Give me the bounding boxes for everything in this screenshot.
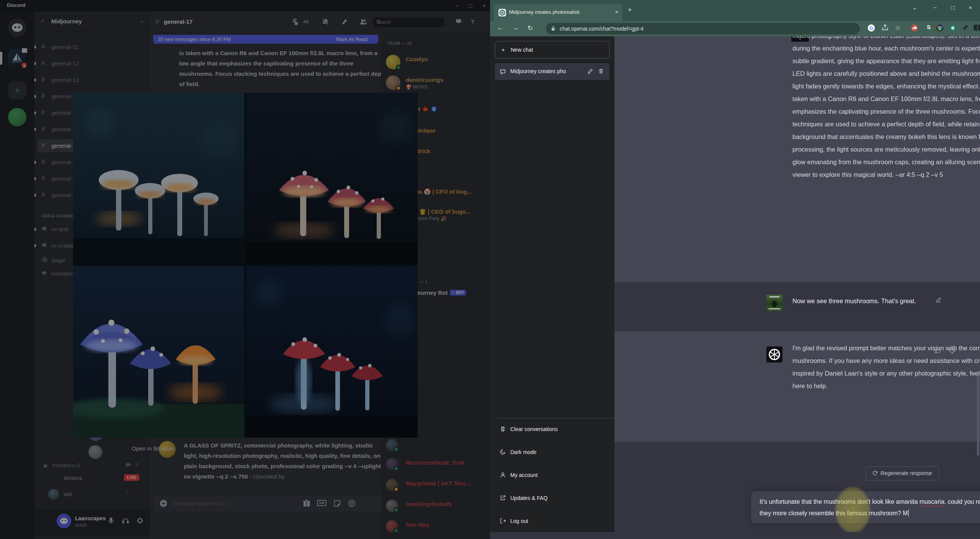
reload-button[interactable]: ↻ [528,24,533,32]
back-button[interactable]: ← [497,24,503,32]
open-in-browser-label[interactable]: Open in Browser [132,445,175,452]
browser-window: Midjourney creates photorealisti × + ⌄ −… [490,0,980,539]
url-bar[interactable]: chat.openai.com/chat?model=gpt-4 [546,23,860,34]
moon-icon [500,449,506,456]
speaker-icon [41,225,48,232]
headphones-icon[interactable] [122,517,129,524]
thread-count: 48 [303,19,309,24]
server-header[interactable]: ✓ Midjourney ⌄ [34,11,150,31]
browser-tab-strip: Midjourney creates photorealisti × + ⌄ −… [490,0,980,21]
sidebar-channel-general-11[interactable]: #general-11 [38,41,147,54]
extension-color-circle-icon[interactable] [936,24,945,33]
scrollbar-thumb[interactable] [977,375,979,456]
chevron-down-icon: ⌄ [140,18,144,23]
voice-user-wintera[interactable]: Wintera [64,475,82,481]
close-icon[interactable]: × [126,490,129,496]
user-avatar[interactable] [57,514,71,528]
mark-as-read-button[interactable]: Mark As Read [336,36,368,42]
online-status-dot [394,466,399,471]
sidebar-log-out[interactable]: Log out [495,513,609,530]
browser-maximize-button[interactable]: □ [946,3,959,12]
voice-user-wal[interactable]: wal [64,491,72,497]
gift-icon[interactable] [302,499,311,508]
discord-window: Discord − □ × 3 + ✓ Midjourney ⌄ [0,0,490,539]
trash-icon[interactable] [598,68,604,74]
discord-minimize-button[interactable]: − [451,2,462,10]
edit-pencil-icon[interactable] [587,68,593,74]
thumbs-up-icon[interactable] [934,347,941,354]
sidebar-clear-conversations[interactable]: Clear conversations [495,421,609,438]
discord-home-icon[interactable] [8,18,26,37]
thumbs-down-icon[interactable] [949,348,956,354]
new-chat-button[interactable]: + New chat [495,41,609,59]
sidebar-dark-mode[interactable]: Dark mode [495,444,609,461]
member-name: Neo May [406,521,430,528]
emoji-icon[interactable] [348,499,356,508]
user-discriminator: #2425 [75,523,87,528]
sticker-icon[interactable] [333,499,341,508]
search-box[interactable]: Search [373,17,444,27]
sidebar-channel-general-12[interactable]: #general-12 [38,57,147,70]
sidebar-updates-faq[interactable]: Updates & FAQ [495,490,609,507]
browser-close-button[interactable]: × [964,3,977,12]
browser-minimize-button[interactable]: − [929,3,942,12]
edit-message-icon[interactable] [935,296,942,303]
forward-button[interactable]: → [512,24,519,32]
discord-maximize-button[interactable]: □ [465,2,476,10]
url-text[interactable]: chat.openai.com/chat?model=gpt-4 [560,26,644,32]
threads-icon[interactable] [291,18,299,26]
server-icon-sailboat[interactable]: 3 [8,49,26,67]
open-in-browser-row[interactable]: Open in Browser × [57,449,150,463]
hash-icon: # [41,125,45,133]
channel-label: vc-text [51,226,68,232]
channel-label: stage [51,257,65,263]
sidebar-channel-general-13[interactable]: #general-13 [38,74,147,87]
regenerate-response-button[interactable]: Regenerate response [866,466,939,480]
unread-pill [34,128,36,131]
channel-topbar: # general-17 48 Search ? [150,11,490,33]
conversation-item[interactable]: Midjourney creates pho [495,63,609,80]
bookmark-star-icon[interactable]: ☆ [895,24,904,33]
unread-messages-banner[interactable]: 30 new messages since 6:30 PM Mark As Re… [153,35,378,44]
hash-icon: # [41,142,45,149]
share-icon[interactable] [881,24,890,33]
browser-tab[interactable]: Midjourney creates photorealisti × [494,4,622,21]
microphone-icon[interactable] [107,517,115,524]
user-message-row: Now we see three mushrooms. That's great… [614,283,980,331]
side-panel-icon[interactable] [973,24,980,33]
extension-s-icon[interactable]: S [924,24,933,33]
attach-plus-icon[interactable] [159,499,168,508]
tab-close-icon[interactable]: × [615,9,618,15]
add-server-button[interactable]: + [8,81,26,100]
message-text-bottom: A GLASS OF SPRITZ, commercial photograph… [184,440,387,482]
message-input-bar[interactable]: Message #general-17 GIF [153,495,389,512]
bell-slash-icon[interactable] [322,18,329,26]
server-icon-green[interactable] [8,108,26,126]
google-icon[interactable]: G [867,24,876,33]
bot-badge: ✓ BOT [450,290,466,296]
new-tab-button[interactable]: + [628,6,632,14]
help-icon[interactable]: ? [471,18,474,25]
voice-status-panel: members+2 45 Wintera LIVE wal × [41,461,145,509]
members-icon[interactable] [359,18,368,26]
sidebar-my-account[interactable]: My account [495,467,609,484]
hash-icon: # [41,76,45,83]
extensions-pin-icon[interactable] [962,24,971,33]
pin-icon[interactable] [341,18,348,26]
member-name: Cozelyn [406,56,428,62]
gif-picker-icon[interactable]: GIF [317,500,327,506]
avatar [48,489,59,500]
midjourney-image-grid[interactable] [73,93,418,438]
voice-channel-name[interactable]: members+2 [52,462,80,469]
channel-label: general-13 [51,77,79,83]
extension-teal-icon[interactable] [949,24,958,33]
member-name: Maygrimok | AKT files... [406,480,470,487]
extension-red-icon[interactable] [910,24,920,33]
discord-close-button[interactable]: × [479,2,490,10]
close-icon[interactable]: × [174,446,177,452]
menu-label: My account [510,472,538,478]
plus-icon: + [501,46,505,53]
inbox-icon[interactable] [455,18,462,26]
settings-gear-icon[interactable] [136,517,144,524]
browser-menu-chevron[interactable]: ⌄ [908,3,921,12]
